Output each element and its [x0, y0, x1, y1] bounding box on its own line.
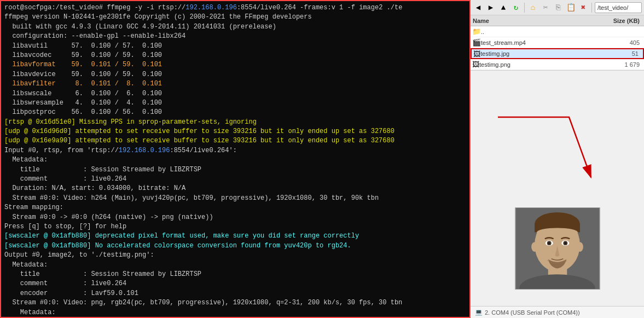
file-name: test_stream.mp4 — [481, 39, 606, 46]
back-button[interactable]: ◀ — [473, 2, 484, 13]
terminal-line: Stream #0:0 -> #0:0 (h264 (native) -> pn… — [4, 213, 466, 222]
terminal-text: title : Session Streamed by LIBZRTSP — [4, 166, 201, 174]
file-name: testimg.jpg — [480, 50, 605, 57]
svg-point-7 — [537, 228, 578, 237]
arrow-preview-area — [471, 71, 644, 306]
terminal-text: libswresample 4. 0.100 / 4. 0.100 — [4, 99, 162, 107]
terminal-text: Duration: N/A, start: 0.034000, bitrate:… — [4, 184, 185, 192]
file-name: testimg.png — [479, 61, 606, 68]
terminal-line: ffmpeg version N-102441-ge2301fe Copyrig… — [4, 13, 466, 22]
terminal-line: Input #0, rtsp, from 'rtsp://192.168.0.1… — [4, 146, 466, 155]
terminal-line: [udp @ 0x16e9a90] attempted to set recei… — [4, 136, 466, 146]
terminal-line: libavdevice 59. 0.100 / 59. 0.100 — [4, 70, 466, 79]
terminal-text: libavfilter 8. 0.101 / 8. 0.101 — [4, 80, 162, 88]
terminal-text: Stream mapping: — [4, 204, 63, 211]
status-text: 2. COM4 (USB Serial Port (COM4)) — [485, 309, 580, 316]
terminal[interactable]: root@socfpga:/test_video# ffmpeg -y -i r… — [0, 0, 471, 318]
terminal-text: Press [q] to stop, [?] for help — [4, 223, 126, 230]
svg-point-12 — [548, 242, 550, 244]
terminal-line: encoder : Lavf59.0.101 — [4, 289, 466, 298]
svg-point-15 — [577, 242, 583, 252]
terminal-text: encoder : Lavf59.0.101 — [4, 290, 138, 297]
file-name: .. — [481, 28, 606, 35]
terminal-line: libswscale 6. 0.100 / 6. 0.100 — [4, 89, 466, 99]
terminal-line: libavutil 57. 0.100 / 57. 0.100 — [4, 42, 466, 51]
terminal-line: configuration: --enable-gpl --enable-lib… — [4, 32, 466, 41]
terminal-text: :8554/live0.264 -frames:v 1 -f image2 ./… — [237, 4, 402, 11]
up-button[interactable]: ▲ — [498, 2, 509, 13]
terminal-output: root@socfpga:/test_video# ffmpeg -y -i r… — [4, 3, 466, 318]
terminal-text: Stream #0:0: Video: h264 (Main), yuvj420… — [4, 194, 379, 202]
terminal-text: libswscale 6. 0.100 / 6. 0.100 — [4, 90, 162, 97]
terminal-text: libavcodec 59. 0.100 / 59. 0.100 — [4, 51, 162, 59]
terminal-text: libavformat 59. 0.101 / 59. 0.101 — [4, 61, 162, 68]
terminal-text: Output #0, image2, to './testimg.png': — [4, 251, 154, 259]
terminal-text: Stream #0:0 -> #0:0 (h264 (native) -> pn… — [4, 213, 213, 221]
terminal-text: Input #0, rtsp, from 'rtsp:// — [4, 147, 119, 154]
terminal-text: comment : live0.264 — [4, 175, 126, 183]
preview-image — [515, 207, 600, 290]
terminal-line: comment : live0.264 — [4, 175, 466, 184]
terminal-line: Metadata: — [4, 261, 466, 270]
path-bar[interactable]: /test_video/ — [595, 2, 642, 13]
file-row[interactable]: 📁.. — [471, 26, 644, 37]
terminal-line: [rtsp @ 0x16d51e0] Missing PPS in sprop-… — [4, 118, 466, 127]
terminal-text: libavdevice 59. 0.100 / 59. 0.100 — [4, 71, 162, 78]
terminal-line: title : Session Streamed by LIBZRTSP — [4, 270, 466, 279]
file-list: Name Size (KB) 📁..🎬test_stream.mp4405🖼te… — [471, 15, 644, 71]
terminal-text: root@socfpga:/test_video# ffmpeg -y -i r… — [4, 4, 185, 11]
terminal-text: 192.168.0.196 — [185, 4, 237, 11]
sep1 — [524, 3, 525, 13]
home-button[interactable]: ⌂ — [527, 2, 538, 13]
file-toolbar: ◀ ▶ ▲ ↻ ⌂ ✂ ⎘ 📋 ✖ /test_video/ — [471, 0, 644, 15]
terminal-line: libpostproc 56. 0.100 / 56. 0.100 — [4, 108, 466, 117]
terminal-line: [swscaler @ 0x1afb880] deprecated pixel … — [4, 232, 466, 241]
image-icon: 🖼 — [473, 50, 480, 58]
terminal-line: Output #0, image2, to './testimg.png': — [4, 251, 466, 260]
terminal-text: [swscaler @ 0x1afb880] deprecated pixel … — [4, 232, 359, 240]
terminal-text: libavutil 57. 0.100 / 57. 0.100 — [4, 42, 162, 50]
terminal-text: Metadata: — [4, 309, 56, 316]
terminal-line: title : Session Streamed by LIBZRTSP — [4, 165, 466, 175]
terminal-line: Stream #0:0: Video: png, rgb24(pc, bt709… — [4, 298, 466, 308]
terminal-text: :8554/live0.264': — [170, 147, 236, 154]
terminal-line: Stream #0:0: Video: h264 (Main), yuvj420… — [4, 194, 466, 203]
sep2 — [591, 3, 592, 13]
folder-icon: 📁 — [472, 27, 481, 36]
cut-button[interactable]: ✂ — [540, 2, 551, 13]
file-row[interactable]: 🖼testimg.png1 679 — [471, 59, 644, 70]
image-icon: 🖼 — [472, 60, 479, 68]
delete-button[interactable]: ✖ — [578, 2, 589, 13]
file-row[interactable]: 🎬test_stream.mp4405 — [471, 37, 644, 48]
terminal-text: libpostproc 56. 0.100 / 56. 0.100 — [4, 108, 162, 116]
terminal-line: Metadata: — [4, 308, 466, 317]
terminal-text: [swscaler @ 0x1afb880] No accelerated co… — [4, 242, 351, 250]
svg-point-14 — [531, 242, 538, 252]
terminal-line: libavformat 59. 0.101 / 59. 0.101 — [4, 60, 466, 70]
refresh-button[interactable]: ↻ — [510, 2, 521, 13]
terminal-line: libswresample 4. 0.100 / 4. 0.100 — [4, 99, 466, 108]
face-svg — [515, 208, 599, 289]
file-list-header: Name Size (KB) — [471, 15, 644, 26]
terminal-text: comment : live0.264 — [4, 280, 126, 287]
file-row[interactable]: 🖼testimg.jpg51 — [471, 48, 644, 59]
terminal-line: Metadata: — [4, 155, 466, 165]
copy-button[interactable]: ⎘ — [553, 2, 564, 13]
forward-button[interactable]: ▶ — [485, 2, 496, 13]
col-size: Size (KB) — [606, 18, 644, 24]
terminal-line: Press [q] to stop, [?] for help — [4, 222, 466, 232]
terminal-text: [rtsp @ 0x16d51e0] Missing PPS in sprop-… — [4, 118, 257, 126]
terminal-line: [udp @ 0x16d96d0] attempted to set recei… — [4, 127, 466, 136]
file-size: 51 — [605, 50, 643, 57]
terminal-line: comment : live0.264 — [4, 279, 466, 288]
video-icon: 🎬 — [472, 38, 481, 47]
right-panel: ◀ ▶ ▲ ↻ ⌂ ✂ ⎘ 📋 ✖ /test_video/ Name Size… — [471, 0, 644, 318]
terminal-line: root@socfpga:/test_video# ffmpeg -y -i r… — [4, 3, 466, 13]
paste-button[interactable]: 📋 — [565, 2, 576, 13]
terminal-line: [swscaler @ 0x1afb880] No accelerated co… — [4, 241, 466, 251]
col-name: Name — [471, 18, 606, 24]
file-size: 1 679 — [606, 61, 644, 68]
terminal-text: title : Session Streamed by LIBZRTSP — [4, 270, 201, 278]
terminal-text: built with gcc 4.9.3 (Linaro GCC 4.9-201… — [4, 23, 276, 31]
terminal-line: built with gcc 4.9.3 (Linaro GCC 4.9-201… — [4, 22, 466, 32]
